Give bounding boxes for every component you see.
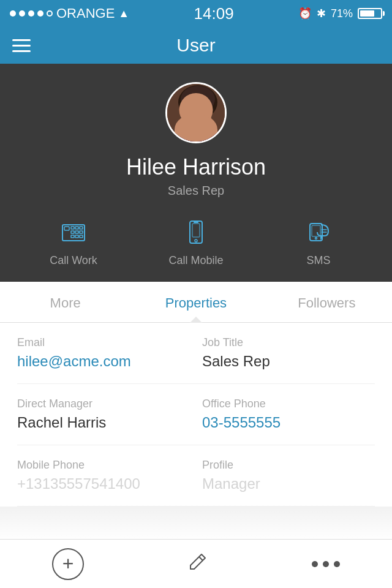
plus-icon: +	[62, 552, 74, 575]
signal-dots	[10, 10, 53, 17]
svg-rect-11	[80, 227, 83, 229]
field-office-phone: Office Phone 03-5555555	[202, 398, 375, 431]
battery-fill	[360, 10, 374, 17]
avatar-svg	[167, 84, 225, 141]
email-label: Email	[17, 336, 190, 349]
edit-button[interactable]	[170, 546, 226, 582]
alarm-icon: ⏰	[298, 7, 312, 20]
status-bar: ORANGE ▲ 14:09 ⏰ ✱ 71%	[0, 0, 392, 27]
field-row-3: Mobile Phone +13135557541400 Profile Man…	[17, 445, 375, 507]
three-dots-icon	[312, 561, 340, 567]
profile-job-title: Sales Rep	[168, 184, 224, 198]
field-mobile-phone: Mobile Phone +13135557541400	[17, 459, 190, 492]
job-title-label: Job Title	[202, 336, 375, 349]
tab-followers[interactable]: Followers	[262, 282, 392, 322]
hamburger-line-3	[12, 50, 31, 52]
sms-icon	[305, 219, 332, 249]
office-phone-label: Office Phone	[202, 398, 375, 410]
add-button[interactable]: +	[34, 542, 102, 586]
signal-dot-1	[10, 10, 16, 17]
field-email: Email hilee@acme.com	[17, 336, 190, 370]
signal-dot-3	[28, 10, 34, 17]
sms-button[interactable]: SMS	[257, 219, 380, 267]
avatar	[165, 82, 227, 143]
wifi-icon: ▲	[118, 7, 129, 20]
svg-rect-13	[75, 231, 78, 233]
sms-label: SMS	[306, 254, 330, 267]
header-title: User	[176, 35, 215, 56]
svg-rect-17	[80, 235, 83, 238]
add-icon: +	[52, 548, 84, 580]
svg-point-6	[179, 130, 216, 141]
svg-line-27	[199, 557, 203, 560]
svg-point-5	[201, 111, 205, 116]
svg-rect-15	[71, 235, 74, 238]
gradient-overlay	[0, 502, 392, 539]
svg-point-24	[315, 238, 317, 239]
field-row-2: Direct Manager Rachel Harris Office Phon…	[17, 384, 375, 445]
header: User	[0, 27, 392, 64]
tab-properties[interactable]: Properties	[130, 282, 261, 322]
field-manager: Direct Manager Rachel Harris	[17, 398, 190, 431]
field-row-1: Email hilee@acme.com Job Title Sales Rep	[17, 323, 375, 384]
svg-point-2	[181, 86, 215, 113]
bluetooth-icon: ✱	[317, 7, 326, 20]
battery-icon	[358, 8, 382, 19]
svg-rect-0	[167, 84, 225, 141]
call-mobile-label: Call Mobile	[168, 254, 223, 267]
avatar-image	[167, 84, 225, 141]
dot-3	[334, 561, 340, 567]
profile-value: Manager	[202, 475, 375, 492]
call-work-icon	[60, 219, 87, 249]
mobile-phone-value[interactable]: +13135557541400	[17, 475, 190, 492]
svg-rect-12	[71, 231, 74, 233]
bottom-toolbar: +	[0, 539, 392, 588]
battery-percentage: 71%	[331, 7, 353, 20]
field-job-title: Job Title Sales Rep	[202, 336, 375, 370]
more-options-button[interactable]	[293, 555, 358, 573]
job-title-value: Sales Rep	[202, 353, 375, 370]
call-work-button[interactable]: Call Work	[12, 219, 135, 267]
tab-more[interactable]: More	[0, 282, 130, 322]
content-area: Email hilee@acme.com Job Title Sales Rep…	[0, 323, 392, 507]
status-left: ORANGE ▲	[10, 6, 129, 21]
svg-rect-8	[64, 227, 69, 230]
pencil-icon	[188, 552, 208, 576]
profile-section: Hilee Harrison Sales Rep	[0, 64, 392, 282]
email-value[interactable]: hilee@acme.com	[17, 353, 190, 370]
signal-dot-5	[47, 10, 53, 17]
svg-rect-16	[75, 235, 78, 238]
svg-point-20	[195, 239, 197, 242]
call-work-label: Call Work	[50, 254, 97, 267]
signal-dot-4	[37, 10, 43, 17]
svg-rect-9	[71, 227, 74, 229]
tabs: More Properties Followers	[0, 282, 392, 323]
hamburger-line-2	[12, 45, 31, 47]
svg-rect-7	[62, 225, 85, 241]
hamburger-menu[interactable]	[12, 39, 31, 52]
profile-label: Profile	[202, 459, 375, 472]
mobile-phone-label: Mobile Phone	[17, 459, 190, 472]
status-right: ⏰ ✱ 71%	[298, 7, 382, 20]
manager-label: Direct Manager	[17, 398, 190, 410]
call-mobile-icon	[183, 219, 209, 249]
svg-rect-19	[192, 224, 200, 237]
field-profile: Profile Manager	[202, 459, 375, 492]
status-time: 14:09	[194, 4, 234, 23]
svg-rect-10	[75, 227, 78, 229]
svg-rect-14	[80, 231, 83, 233]
svg-point-4	[191, 111, 195, 116]
manager-value: Rachel Harris	[17, 414, 190, 431]
signal-dot-2	[19, 10, 25, 17]
dot-2	[323, 561, 329, 567]
dot-1	[312, 561, 318, 567]
profile-name: Hilee Harrison	[126, 154, 266, 180]
svg-point-3	[184, 100, 211, 131]
hamburger-line-1	[12, 39, 31, 41]
carrier-name: ORANGE	[56, 6, 115, 21]
action-buttons: Call Work Call Mobile	[12, 213, 380, 267]
office-phone-value[interactable]: 03-5555555	[202, 414, 375, 431]
call-mobile-button[interactable]: Call Mobile	[135, 219, 257, 267]
